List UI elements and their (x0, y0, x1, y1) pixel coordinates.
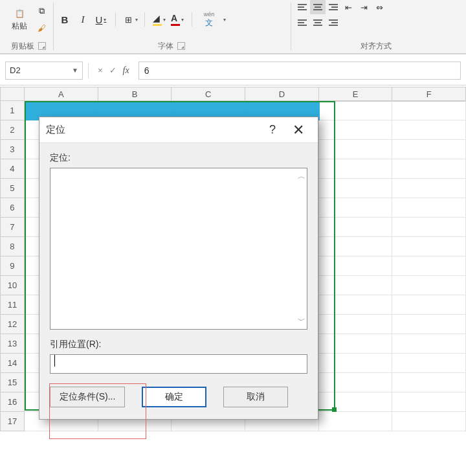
cell[interactable] (392, 120, 466, 140)
cell[interactable] (319, 373, 393, 392)
column-header[interactable]: F (392, 87, 466, 101)
scroll-up-icon[interactable]: ︿ (298, 171, 305, 182)
row-header[interactable]: 11 (0, 295, 25, 315)
cell[interactable] (319, 295, 393, 315)
cell[interactable] (392, 256, 466, 276)
goto-dialog: 定位 ? ✕ 定位: ︿ ﹀ 引用位置(R): 定位条件(S)... 确定 取消 (39, 117, 318, 420)
paste-button[interactable]: 📋 粘贴 (8, 5, 31, 34)
row-header[interactable]: 9 (0, 256, 25, 276)
italic-button[interactable]: I (75, 12, 91, 27)
cell[interactable] (392, 101, 466, 120)
bold-button[interactable]: B (57, 12, 72, 27)
cell[interactable] (392, 237, 466, 256)
help-button[interactable]: ? (260, 123, 285, 137)
column-header[interactable]: E (319, 87, 393, 101)
row-header[interactable]: 8 (0, 237, 25, 256)
cell[interactable] (392, 392, 466, 412)
cell[interactable] (319, 392, 393, 412)
column-header[interactable]: A (25, 87, 98, 101)
fill-color-button[interactable]: ◢▾ (151, 12, 167, 27)
align-left-button[interactable] (294, 16, 310, 30)
row-header[interactable]: 2 (0, 120, 25, 140)
row-header[interactable]: 10 (0, 276, 25, 295)
cell[interactable] (319, 120, 393, 140)
cell[interactable] (392, 354, 466, 373)
special-button[interactable]: 定位条件(S)... (50, 387, 125, 407)
cell[interactable] (392, 159, 466, 179)
cell[interactable] (319, 412, 393, 431)
row-header[interactable]: 13 (0, 334, 25, 354)
row-header[interactable]: 17 (0, 412, 25, 431)
row-header[interactable]: 1 (0, 101, 25, 120)
increase-indent-button[interactable]: ⇥ (357, 0, 372, 14)
accept-formula-button[interactable]: ✓ (109, 65, 116, 75)
column-header[interactable]: D (245, 87, 319, 101)
cell[interactable] (392, 315, 466, 334)
row-header[interactable]: 12 (0, 315, 25, 334)
format-painter-button[interactable]: 🖌 (34, 21, 49, 35)
underline-button[interactable]: U▾ (93, 12, 109, 27)
cell[interactable] (319, 276, 393, 295)
borders-button[interactable]: ⊞▾ (122, 12, 138, 27)
close-button[interactable]: ✕ (285, 123, 311, 137)
group-font-label: 字体 (158, 41, 173, 52)
select-all-corner[interactable] (0, 87, 25, 101)
cell[interactable] (392, 295, 466, 315)
cell[interactable] (319, 159, 393, 179)
goto-listbox[interactable]: ︿ ﹀ (50, 168, 307, 330)
merge-button[interactable]: ⇔ (372, 0, 388, 14)
row-header[interactable]: 5 (0, 179, 25, 198)
column-header[interactable]: B (98, 87, 172, 101)
row-header[interactable]: 16 (0, 392, 25, 412)
group-alignment-label: 对齐方式 (361, 41, 392, 52)
cell[interactable] (319, 218, 393, 237)
cell[interactable] (319, 334, 393, 354)
row-header[interactable]: 3 (0, 140, 25, 159)
decrease-indent-button[interactable]: ⇤ (341, 0, 357, 14)
cell[interactable] (392, 276, 466, 295)
cell[interactable] (319, 315, 393, 334)
cell[interactable] (319, 256, 393, 276)
dialog-titlebar[interactable]: 定位 ? ✕ (39, 117, 318, 143)
formula-input[interactable]: 6 (139, 62, 461, 80)
cell[interactable] (319, 179, 393, 198)
chevron-down-icon[interactable]: ▼ (72, 67, 78, 74)
cell[interactable] (392, 218, 466, 237)
scroll-down-icon[interactable]: ﹀ (298, 315, 305, 326)
cell[interactable] (319, 354, 393, 373)
cell[interactable] (392, 198, 466, 218)
font-launcher[interactable] (177, 42, 185, 50)
reference-input[interactable] (50, 354, 307, 374)
font-color-button[interactable]: A▾ (170, 12, 185, 27)
align-right-button[interactable] (326, 16, 341, 30)
align-bottom-button[interactable] (326, 0, 341, 14)
row-header[interactable]: 4 (0, 159, 25, 179)
align-middle-button[interactable] (310, 0, 326, 14)
row-header[interactable]: 7 (0, 218, 25, 237)
row-header[interactable]: 14 (0, 354, 25, 373)
cell[interactable] (392, 412, 466, 431)
align-top-button[interactable] (294, 0, 310, 14)
cell[interactable] (319, 140, 393, 159)
ok-button[interactable]: 确定 (142, 387, 206, 407)
cancel-formula-button[interactable]: × (98, 65, 103, 75)
row-header[interactable]: 6 (0, 198, 25, 218)
cancel-button[interactable]: 取消 (223, 387, 288, 407)
cell[interactable] (319, 237, 393, 256)
cell[interactable] (319, 101, 393, 120)
cell[interactable] (392, 334, 466, 354)
align-center-button[interactable] (310, 16, 326, 30)
clipboard-launcher[interactable] (38, 42, 46, 50)
cell[interactable] (392, 140, 466, 159)
column-header[interactable]: C (172, 87, 245, 101)
cell[interactable] (319, 198, 393, 218)
fx-button[interactable]: fx (123, 65, 129, 76)
chevron-down-icon: ▾ (104, 17, 106, 23)
cell[interactable] (392, 373, 466, 392)
row-header[interactable]: 15 (0, 373, 25, 392)
cell[interactable] (392, 179, 466, 198)
name-box[interactable]: D2 ▼ (5, 62, 83, 80)
phonetic-button[interactable]: wén 文 (199, 12, 219, 27)
copy-button[interactable]: ⧉ (34, 4, 49, 18)
paste-label: 粘贴 (12, 21, 27, 32)
